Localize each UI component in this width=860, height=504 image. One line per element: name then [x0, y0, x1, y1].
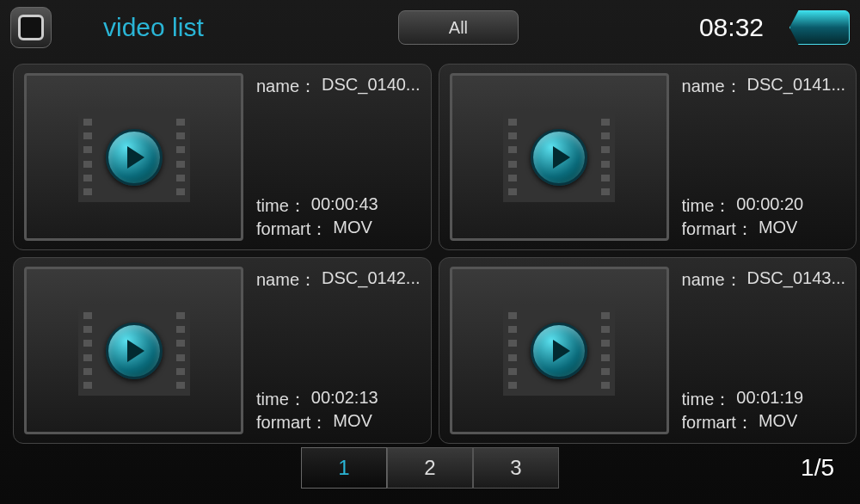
video-meta: name：DSC_0143...time：00:01:19formart：MOV [682, 267, 846, 434]
video-name-value: DSC_0142... [322, 268, 421, 292]
clock: 08:32 [699, 13, 764, 42]
page-count: 1/5 [801, 454, 834, 482]
pager: 1231/5 [0, 442, 860, 494]
home-button[interactable] [10, 7, 52, 48]
play-icon [106, 323, 163, 379]
video-meta: name：DSC_0140...time：00:00:43formart：MOV [256, 73, 421, 241]
video-meta: name：DSC_0141...time：00:00:20formart：MOV [682, 73, 846, 241]
video-thumbnail [450, 267, 669, 434]
video-name-label: name： [682, 75, 742, 98]
video-name-label: name： [682, 268, 742, 292]
film-icon [503, 112, 615, 202]
video-time-value: 00:01:19 [736, 388, 803, 411]
video-grid: name：DSC_0140...time：00:00:43formart：MOV… [0, 55, 860, 442]
video-thumbnail [450, 73, 669, 241]
video-format-label: formart： [682, 411, 753, 434]
film-icon [78, 112, 190, 202]
video-thumbnail [24, 73, 243, 241]
video-card[interactable]: name：DSC_0143...time：00:01:19formart：MOV [439, 257, 857, 444]
film-icon [78, 305, 190, 396]
page-button-1[interactable]: 1 [301, 447, 387, 489]
video-meta: name：DSC_0142...time：00:02:13formart：MOV [256, 267, 421, 434]
video-thumbnail [24, 267, 243, 434]
video-time-value: 00:00:20 [736, 194, 803, 218]
back-button[interactable] [789, 10, 850, 45]
video-time-label: time： [682, 194, 732, 218]
video-time-label: time： [682, 388, 732, 411]
video-name-value: DSC_0143... [747, 268, 846, 292]
video-format-value: MOV [333, 411, 372, 434]
video-time-value: 00:02:13 [311, 388, 378, 411]
video-name-value: DSC_0140... [322, 75, 421, 98]
video-card[interactable]: name：DSC_0140...time：00:00:43formart：MOV [13, 64, 432, 250]
filter-all-button[interactable]: All [398, 10, 519, 45]
video-name-label: name： [256, 268, 316, 292]
play-icon [106, 129, 163, 186]
play-icon [531, 323, 587, 379]
video-format-label: formart： [682, 218, 753, 241]
video-name-label: name： [256, 75, 316, 98]
video-format-value: MOV [759, 411, 798, 434]
video-format-value: MOV [333, 218, 372, 241]
video-name-value: DSC_0141... [747, 75, 846, 98]
video-card[interactable]: name：DSC_0141...time：00:00:20formart：MOV [439, 64, 857, 250]
video-format-label: formart： [256, 411, 328, 434]
video-time-label: time： [256, 194, 306, 218]
video-format-label: formart： [256, 218, 328, 241]
header: video list All 08:32 [0, 0, 860, 55]
page-button-3[interactable]: 3 [473, 447, 559, 489]
video-time-label: time： [256, 388, 306, 411]
play-icon [531, 129, 587, 186]
film-icon [503, 305, 615, 396]
page-button-2[interactable]: 2 [387, 447, 473, 489]
video-time-value: 00:00:43 [311, 194, 378, 218]
video-format-value: MOV [759, 218, 798, 241]
video-card[interactable]: name：DSC_0142...time：00:02:13formart：MOV [13, 257, 432, 444]
page-title: video list [103, 13, 204, 42]
